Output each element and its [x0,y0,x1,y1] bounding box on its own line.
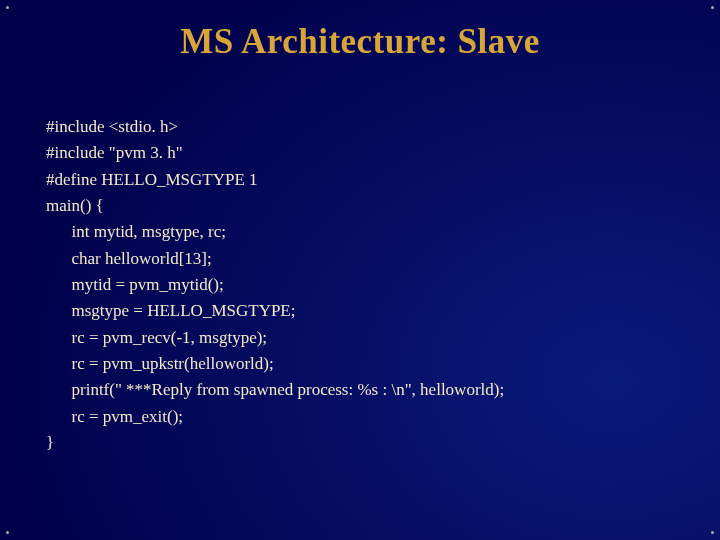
code-line: #include "pvm 3. h" [46,143,183,162]
corner-dot-bl [6,531,9,534]
code-line: char helloworld[13]; [46,249,212,268]
page-title: MS Architecture: Slave [0,22,720,62]
corner-dot-tl [6,6,9,9]
code-line: printf(" ***Reply from spawned process: … [46,380,504,399]
corner-dot-br [711,531,714,534]
code-line: } [46,433,54,452]
code-line: #include <stdio. h> [46,117,178,136]
code-line: rc = pvm_recv(-1, msgtype); [46,328,267,347]
code-line: #define HELLO_MSGTYPE 1 [46,170,258,189]
code-line: rc = pvm_exit(); [46,407,183,426]
code-line: main() { [46,196,104,215]
corner-dot-tr [711,6,714,9]
code-block: #include <stdio. h> #include "pvm 3. h" … [46,114,660,456]
code-line: mytid = pvm_mytid(); [46,275,224,294]
code-line: rc = pvm_upkstr(helloworld); [46,354,274,373]
code-line: msgtype = HELLO_MSGTYPE; [46,301,295,320]
slide: MS Architecture: Slave #include <stdio. … [0,0,720,540]
code-line: int mytid, msgtype, rc; [46,222,226,241]
